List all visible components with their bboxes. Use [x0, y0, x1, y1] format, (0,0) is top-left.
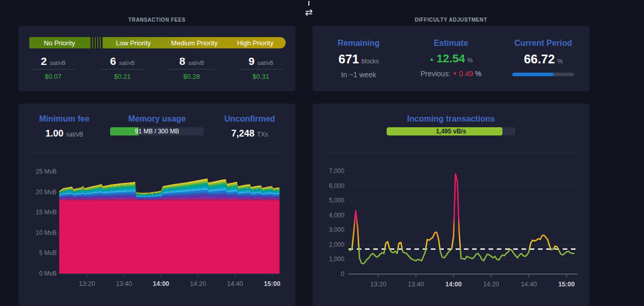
- previous-unit: %: [475, 70, 481, 78]
- x-axis-label: 14:00: [445, 281, 462, 288]
- mempool-size-chart[interactable]: 0 MvB5 MvB10 MvB15 MvB20 MvB25 MvB13:201…: [19, 104, 295, 306]
- fee-price: $0.28: [183, 73, 200, 80]
- fee-price: $0.21: [114, 73, 131, 80]
- y-axis-label: 0: [341, 270, 344, 278]
- x-axis-label: 13:20: [79, 280, 95, 287]
- fee-rate: 8: [179, 55, 185, 67]
- incoming-rate-series: [350, 174, 574, 264]
- fee-rate: 9: [249, 55, 255, 67]
- remaining-header: Remaining: [312, 39, 405, 48]
- current-period-progress: [512, 73, 574, 76]
- x-axis-label: 13:40: [408, 281, 424, 288]
- no-priority-label: No Priority: [44, 39, 75, 47]
- x-axis-label: 15:00: [264, 280, 281, 287]
- fee-unit: sat/vB: [50, 60, 66, 66]
- y-axis-label: 6,000: [329, 182, 344, 190]
- swap-tick: [308, 1, 309, 6]
- fee-unit: sat/vB: [119, 60, 135, 66]
- y-axis-label: 0 MvB: [39, 270, 57, 277]
- previous-value: 0.49: [459, 70, 473, 78]
- fee-item-medium-priority: 8 sat/vB $0.28: [157, 55, 227, 80]
- y-axis-label: 20 MvB: [36, 189, 57, 196]
- y-axis-label: 25 MvB: [36, 168, 57, 175]
- y-axis-label: 5,000: [329, 197, 344, 204]
- y-axis-label: 15 MvB: [36, 209, 57, 216]
- x-axis-label: 14:00: [153, 280, 169, 287]
- y-axis-label: 2,000: [329, 241, 344, 248]
- y-axis-label: 1,000: [329, 256, 344, 263]
- remaining-blocks-unit: blocks: [361, 58, 379, 65]
- current-period-unit: %: [557, 58, 563, 65]
- x-axis-label: 15:00: [558, 281, 575, 288]
- high-priority-label: High Priority: [225, 39, 286, 47]
- fee-item-low-priority: 6 sat/vB $0.21: [88, 55, 158, 80]
- previous-adjustment: Previous: ▼ 0.49 %: [405, 70, 497, 78]
- y-axis-label: 10 MvB: [36, 229, 57, 236]
- remaining-blocks-value: 671: [338, 52, 359, 66]
- remaining-column: Remaining 671 blocks In ~1 week: [312, 26, 405, 91]
- mempool-graph-card: Minimum fee 1.00 sat/vB Memory usage 91 …: [19, 104, 295, 306]
- remaining-time-estimate: In ~1 week: [312, 71, 405, 79]
- priority-gradient-bar: Low Priority Medium Priority High Priori…: [103, 37, 286, 48]
- fee-estimates-row: 2 sat/vB $0.07 6 sat/vB $0.21 8 sat/vB $…: [19, 55, 295, 80]
- x-axis-label: 13:40: [116, 280, 132, 287]
- estimate-value: 12.54: [437, 52, 465, 65]
- transaction-fees-title: TRANSACTION FEES: [128, 17, 185, 23]
- fee-priority-bar: No Priority Low Priority Medium Priority…: [29, 37, 286, 48]
- estimate-header: Estimate: [405, 39, 497, 48]
- current-period-header: Current Period: [497, 39, 589, 48]
- y-axis-label: 7,000: [329, 167, 344, 175]
- x-axis-label: 14:20: [190, 280, 206, 287]
- fee-item-no-priority: 2 sat/vB $0.07: [19, 55, 88, 80]
- medium-priority-label: Medium Priority: [164, 39, 224, 47]
- estimate-up-arrow-icon: ▲: [429, 56, 434, 62]
- incoming-transactions-chart[interactable]: 01,0002,0003,0004,0005,0006,0007,00013:2…: [312, 104, 589, 306]
- x-axis-label: 14:40: [521, 281, 537, 288]
- fee-price: $0.31: [252, 73, 269, 80]
- priority-divider-stripes: [90, 37, 103, 48]
- y-axis-label: 4,000: [329, 212, 344, 219]
- fee-rate: 6: [110, 55, 116, 67]
- fee-rate: 2: [41, 55, 47, 67]
- base-fee-band: [59, 200, 280, 274]
- low-priority-label: Low Priority: [103, 39, 164, 47]
- x-axis-label: 14:20: [483, 281, 499, 288]
- fee-item-high-priority: 9 sat/vB $0.31: [227, 55, 296, 80]
- previous-label: Previous:: [421, 70, 450, 78]
- y-axis-label: 3,000: [329, 226, 344, 233]
- fee-unit: sat/vB: [188, 60, 204, 66]
- y-axis-label: 5 MvB: [39, 249, 57, 257]
- estimate-column: Estimate ▲ 12.54 % Previous: ▼ 0.49 %: [405, 26, 497, 91]
- fee-unit: sat/vB: [257, 60, 273, 66]
- x-axis-label: 13:20: [370, 281, 386, 288]
- difficulty-adjustment-title: DIFFICULTY ADJUSTMENT: [415, 17, 488, 23]
- current-period-column: Current Period 66.72 %: [497, 26, 589, 91]
- current-period-progress-fill: [512, 73, 553, 76]
- estimate-unit: %: [467, 57, 473, 64]
- swap-arrows-icon: ⇄: [302, 6, 316, 19]
- previous-down-arrow-icon: ▼: [452, 71, 457, 76]
- swap-columns-button[interactable]: ⇄: [302, 1, 316, 22]
- transaction-fees-card: No Priority Low Priority Medium Priority…: [19, 26, 295, 91]
- x-axis-label: 14:40: [227, 280, 243, 287]
- fee-price: $0.07: [45, 73, 62, 80]
- difficulty-adjustment-card: Remaining 671 blocks In ~1 week Estimate…: [312, 26, 589, 91]
- no-priority-badge: No Priority: [29, 37, 90, 48]
- incoming-transactions-card: Incoming transactions 1,495 vB/s 01,0002…: [312, 104, 589, 306]
- current-period-value: 66.72: [524, 52, 555, 66]
